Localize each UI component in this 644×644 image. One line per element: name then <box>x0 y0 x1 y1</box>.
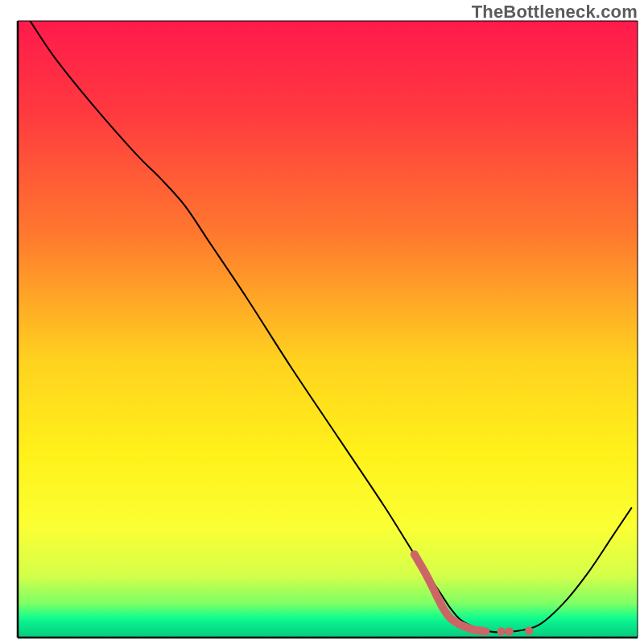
chart-frame: TheBottleneck.com <box>0 0 644 644</box>
svg-point-6 <box>505 627 513 635</box>
gradient-background <box>18 21 638 638</box>
watermark-label: TheBottleneck.com <box>472 2 638 23</box>
svg-point-7 <box>525 626 533 634</box>
svg-point-5 <box>497 627 505 635</box>
bottleneck-chart <box>0 0 644 644</box>
